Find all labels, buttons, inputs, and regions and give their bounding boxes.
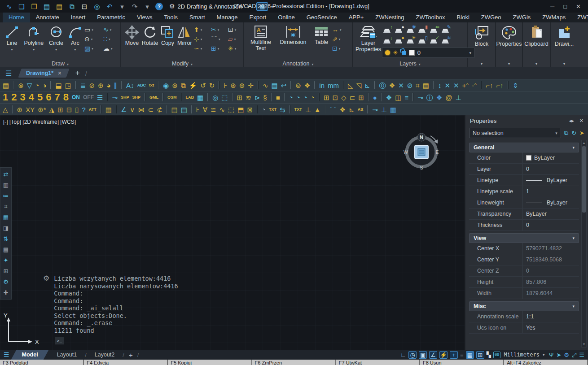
toolbar-icon[interactable]: A↕ <box>126 82 134 89</box>
menu-tab-smart[interactable]: Smart <box>184 13 211 22</box>
toolbar-icon[interactable]: txt <box>149 83 154 87</box>
menu-tab-zwmaps[interactable]: ZWMaps <box>536 13 571 22</box>
toolbar-icon[interactable]: ≣ <box>80 82 86 89</box>
function-key-label[interactable]: F8 Usun <box>420 360 504 365</box>
toolbar-icon[interactable]: △ <box>3 106 8 113</box>
toolbar-icon[interactable]: ⊸ <box>112 94 118 101</box>
ribbon-panel-block[interactable]: Block ▾ <box>468 22 495 67</box>
toolbar-icon[interactable]: ◎ <box>92 3 102 10</box>
property-row[interactable]: Width 1879.6044 <box>469 288 579 299</box>
toolbar-icon[interactable]: ◇ <box>341 94 347 101</box>
function-key-label[interactable]: F6 ZmPrzen <box>252 360 336 365</box>
layer-number-toggle[interactable]: 8 <box>63 92 69 102</box>
toolbar-icon[interactable]: ⇄ <box>4 171 9 177</box>
toolbar-icon[interactable]: ✳ <box>228 45 241 52</box>
toolbar-icon[interactable]: ⊟ <box>66 106 72 113</box>
section-header-misc[interactable]: Misc▾ <box>469 301 579 311</box>
section-header-general[interactable]: General▾ <box>469 143 579 152</box>
toolbar-icon[interactable]: ↺ <box>200 82 206 89</box>
toolbar-icon[interactable]: 00 <box>493 352 501 358</box>
toolbar-icon[interactable]: ⊥ <box>456 94 461 101</box>
ribbon-panel-properties[interactable]: Properties ▾ <box>496 22 522 67</box>
menu-tab-online[interactable]: Online <box>272 13 301 22</box>
drawing-canvas[interactable]: [-] [Top] [2D Wireframe] [WCS] ⇄▥≔⌗▦◨⇅▤✦… <box>0 115 465 350</box>
close-button[interactable]: ✕ <box>576 3 581 10</box>
property-row[interactable]: Layer 0 <box>469 164 579 175</box>
toolbar-icon[interactable]: ▤ <box>41 3 52 10</box>
toolbar-icon[interactable]: § <box>263 94 267 101</box>
rotate-button[interactable]: Rotate <box>141 24 159 46</box>
toolbar-icon[interactable]: ⚡ <box>189 82 197 89</box>
toolbar-icon[interactable]: + <box>450 351 458 359</box>
toolbar-icon[interactable]: ⊞ <box>237 94 243 101</box>
toolbar-icon[interactable]: ⇗ <box>332 36 347 42</box>
layer-tool-icon[interactable]: ❋ <box>405 26 416 35</box>
toolbar-icon[interactable]: ▦ <box>197 94 203 101</box>
toolbar-icon[interactable]: ⊦ <box>224 82 227 89</box>
property-row[interactable]: Thickness 0 <box>469 220 579 231</box>
toolbar-icon[interactable]: ◨ <box>3 225 9 231</box>
toolbar-icon[interactable]: in <box>319 82 325 89</box>
property-row[interactable]: Center Z 0 <box>469 265 579 277</box>
toolbar-icon[interactable]: ⊦ <box>196 106 200 113</box>
toolbar-icon[interactable]: ⊞ <box>358 94 364 101</box>
menu-tab-zwtraffic-znaki[interactable]: ZWTraffic - znaki <box>571 13 588 22</box>
compass-south[interactable]: S <box>420 165 423 170</box>
document-tab[interactable]: Drawing1* ✕ <box>18 69 70 78</box>
toolbar-icon[interactable]: ⊸ <box>372 106 378 113</box>
property-row[interactable]: Transparency ByLayer <box>469 209 579 220</box>
toolbar-icon[interactable]: ⊕* <box>38 106 46 113</box>
toolbar-icon[interactable]: ∿ <box>263 82 268 89</box>
viewport-controls[interactable]: [-] [Top] [2D Wireframe] [WCS] <box>3 119 76 125</box>
palette-scrollbar[interactable]: ▲ ▼ <box>581 140 587 348</box>
toolbar-icon[interactable]: ✕ <box>398 82 404 89</box>
toolbar-icon[interactable]: ⧉ <box>66 3 77 10</box>
toolbar-icon[interactable]: ◔ <box>311 94 315 101</box>
minimize-button[interactable]: ─ <box>550 3 554 10</box>
toolbar-icon[interactable]: ↻ <box>209 82 215 89</box>
toolbar-icon[interactable]: ⤢ <box>572 352 576 358</box>
layer-number-toggle[interactable]: 7 <box>55 92 60 102</box>
toolbar-icon[interactable]: Att <box>358 108 364 112</box>
toolbar-icon[interactable]: ⇕ <box>513 82 518 89</box>
property-row[interactable]: Lineweight ByLayer <box>469 197 579 209</box>
toolbar-icon[interactable]: ↶ <box>104 3 115 10</box>
toolbar-icon[interactable]: ▨ <box>84 45 100 52</box>
toolbar-icon[interactable]: ⊘ <box>89 82 95 89</box>
dock-icon[interactable]: ◂▸ <box>569 118 574 124</box>
tab-layout1[interactable]: Layout1 <box>51 350 83 360</box>
dimension-button[interactable]: Dimension <box>276 24 311 45</box>
layer-dropdown[interactable]: ☀ 0 ▾ <box>382 48 474 58</box>
panel-caption[interactable]: Annotation▾ <box>244 61 352 67</box>
toolbar-icon[interactable]: ⊕ <box>17 106 23 113</box>
menu-tab-insert[interactable]: Insert <box>65 13 92 22</box>
toolbar-icon[interactable]: ⊛ <box>172 82 178 89</box>
close-tab-icon[interactable]: ✕ <box>57 70 61 76</box>
toolbar-icon[interactable]: ▤ <box>3 247 9 252</box>
toolbar-icon[interactable]: ✦ <box>4 257 9 263</box>
toolbar-icon[interactable]: LAB <box>186 96 194 100</box>
toolbar-icon[interactable]: ↻ <box>571 130 576 136</box>
layer-tool-icon[interactable]: ⇐ <box>429 26 439 35</box>
toolbar-icon[interactable]: ⊥ <box>381 106 387 113</box>
polyline-button[interactable]: Polyline ▾ <box>22 24 45 53</box>
toolbar-icon[interactable]: ⊕ <box>98 82 104 89</box>
toolbar-icon[interactable]: ⊕ <box>239 82 245 89</box>
toolbar-icon[interactable]: ▣ <box>419 351 427 359</box>
toolbar-icon[interactable]: ● <box>373 94 377 101</box>
toolbar-icon[interactable]: ABC <box>137 83 146 87</box>
layer-tool-icon[interactable]: ↓ <box>382 36 393 45</box>
toolbar-icon[interactable]: ❏ <box>16 3 27 10</box>
toolbar-icon[interactable]: SHP <box>132 96 141 100</box>
toolbar-icon[interactable]: ◎ <box>212 94 218 101</box>
toolbar-icon[interactable]: ⊞ <box>57 106 63 113</box>
toolbar-icon[interactable]: ⬚ <box>221 94 228 101</box>
toolbar-icon[interactable]: ⊞ <box>324 94 329 101</box>
property-row[interactable]: Linetype scale 1 <box>469 186 579 197</box>
layer-properties-button[interactable]: Layer Properties <box>355 24 381 52</box>
property-row[interactable]: Height 857.806 <box>469 277 579 288</box>
toolbar-icon[interactable]: -° <box>472 82 477 89</box>
toolbar-icon[interactable]: ⊚ <box>295 82 301 89</box>
command-input[interactable]: >_ <box>55 337 64 344</box>
toolbar-icon[interactable]: ➤ <box>556 352 561 358</box>
